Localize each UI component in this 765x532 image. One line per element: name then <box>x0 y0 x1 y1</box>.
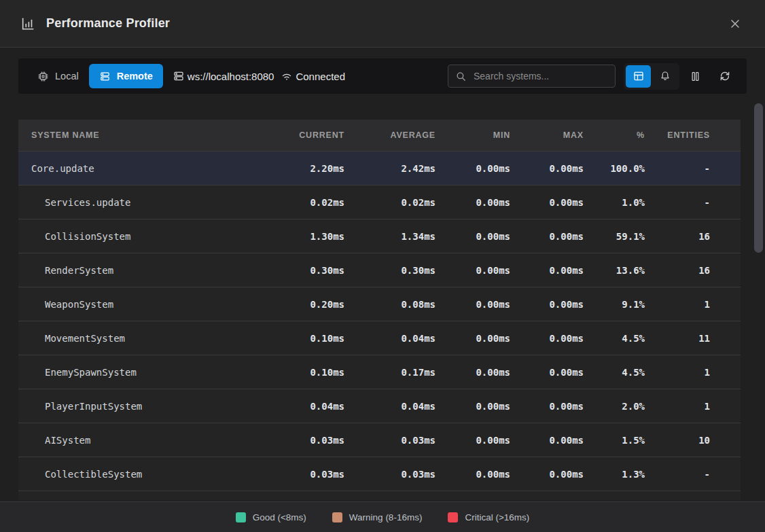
cell-current: 0.10ms <box>268 367 344 378</box>
cell-current: 0.02ms <box>268 197 344 208</box>
legend-label: Warning (8-16ms) <box>349 512 423 522</box>
table-row[interactable]: MovementSystem 0.10ms 0.04ms 0.00ms 0.00… <box>18 321 741 355</box>
cell-entities: 1 <box>645 401 710 412</box>
column-system-name[interactable]: SYSTEM NAME <box>18 130 268 140</box>
table-body: Core.update 2.20ms 2.42ms 0.00ms 0.00ms … <box>18 151 741 491</box>
cell-system-name: WeaponSystem <box>18 299 268 310</box>
refresh-button[interactable] <box>713 65 736 88</box>
column-average[interactable]: AVERAGE <box>344 130 435 140</box>
table-row[interactable]: AISystem 0.03ms 0.03ms 0.00ms 0.00ms 1.5… <box>18 423 741 457</box>
pause-button[interactable] <box>683 65 707 88</box>
table-row[interactable]: CollisionSystem 1.30ms 1.34ms 0.00ms 0.0… <box>18 219 741 253</box>
bar-chart-icon <box>20 16 35 31</box>
cell-min: 0.00ms <box>435 401 510 412</box>
page-title: Performance Profiler <box>46 16 170 31</box>
close-icon[interactable] <box>724 13 746 35</box>
column-entities[interactable]: ENTITIES <box>645 130 710 140</box>
cell-max: 0.00ms <box>510 401 584 412</box>
cell-percent: 2.0% <box>584 401 645 412</box>
cell-entities: - <box>645 163 710 174</box>
scrollbar-thumb[interactable] <box>754 103 763 253</box>
cell-max: 0.00ms <box>510 435 584 446</box>
toolbar-wrap: Local Remote <box>0 48 765 94</box>
cell-max: 0.00ms <box>510 333 584 344</box>
cell-min: 0.00ms <box>435 265 510 276</box>
cell-system-name: RenderSystem <box>18 265 268 276</box>
table-row[interactable]: Services.update 0.02ms 0.02ms 0.00ms 0.0… <box>18 185 741 219</box>
table-row[interactable]: WeaponSystem 0.20ms 0.08ms 0.00ms 0.00ms… <box>18 287 741 321</box>
systems-table: SYSTEM NAME CURRENT AVERAGE MIN MAX % EN… <box>18 120 741 500</box>
pause-icon <box>689 70 702 83</box>
cell-min: 0.00ms <box>435 299 510 310</box>
server-icon <box>99 71 111 82</box>
cell-max: 0.00ms <box>510 299 584 310</box>
cell-system-name: AISystem <box>18 435 268 446</box>
scrollbar-track[interactable] <box>754 102 764 501</box>
table-view-button[interactable] <box>626 65 651 88</box>
cell-min: 0.00ms <box>435 333 510 344</box>
table-row[interactable]: Core.update 2.20ms 2.42ms 0.00ms 0.00ms … <box>18 151 741 185</box>
cell-max: 0.00ms <box>510 163 584 174</box>
cell-entities: 11 <box>645 333 710 344</box>
cell-min: 0.00ms <box>435 231 510 242</box>
main-content: SYSTEM NAME CURRENT AVERAGE MIN MAX % EN… <box>0 94 765 501</box>
table-row[interactable]: CollectibleSystem 0.03ms 0.03ms 0.00ms 0… <box>18 457 741 491</box>
table-row[interactable]: EnemySpawnSystem 0.10ms 0.17ms 0.00ms 0.… <box>18 355 741 389</box>
alerts-view-button[interactable] <box>652 65 677 88</box>
remote-button[interactable]: Remote <box>89 64 163 88</box>
search-icon <box>455 71 467 82</box>
cell-entities: - <box>645 197 710 208</box>
cell-system-name: Services.update <box>18 197 268 208</box>
cell-max: 0.00ms <box>510 231 584 242</box>
cell-min: 0.00ms <box>435 435 510 446</box>
partial-row <box>18 491 741 500</box>
server-icon <box>173 70 185 82</box>
search-input[interactable] <box>472 70 608 82</box>
cell-max: 0.00ms <box>510 367 584 378</box>
cell-current: 0.30ms <box>268 265 344 276</box>
column-percent[interactable]: % <box>584 130 645 140</box>
search-box <box>448 65 616 88</box>
table-layout-icon <box>633 70 645 82</box>
cell-min: 0.00ms <box>435 469 510 480</box>
cell-min: 0.00ms <box>435 163 510 174</box>
table-row[interactable]: PlayerInputSystem 0.04ms 0.04ms 0.00ms 0… <box>18 389 741 423</box>
cell-min: 0.00ms <box>435 197 510 208</box>
legend-item: Critical (>16ms) <box>448 512 529 522</box>
cell-entities: 1 <box>645 299 710 310</box>
cell-current: 0.04ms <box>268 401 344 412</box>
legend-swatch <box>448 512 458 522</box>
cell-min: 0.00ms <box>435 367 510 378</box>
websocket-address: ws://localhost:8080 <box>173 70 274 82</box>
cell-system-name: Core.update <box>18 163 268 174</box>
column-max[interactable]: MAX <box>510 130 584 140</box>
local-button[interactable]: Local <box>27 64 89 88</box>
legend-item: Warning (8-16ms) <box>332 512 423 522</box>
cell-system-name: CollectibleSystem <box>18 469 268 480</box>
connection-status: Connected <box>281 70 345 82</box>
table-row[interactable]: RenderSystem 0.30ms 0.30ms 0.00ms 0.00ms… <box>18 253 741 287</box>
cell-percent: 59.1% <box>584 231 645 242</box>
toolbar: Local Remote <box>18 58 747 94</box>
cell-average: 0.03ms <box>344 435 435 446</box>
cell-entities: 1 <box>645 367 710 378</box>
legend-label: Good (<8ms) <box>253 512 306 522</box>
cell-percent: 9.1% <box>584 299 645 310</box>
column-min[interactable]: MIN <box>435 130 510 140</box>
cell-percent: 1.3% <box>584 469 645 480</box>
cell-average: 0.17ms <box>344 367 435 378</box>
cell-entities: 10 <box>645 435 710 446</box>
cell-average: 0.04ms <box>344 401 435 412</box>
refresh-icon <box>719 70 731 82</box>
column-current[interactable]: CURRENT <box>268 130 344 140</box>
remote-button-label: Remote <box>117 71 153 82</box>
cell-current: 0.20ms <box>268 299 344 310</box>
cell-max: 0.00ms <box>510 197 584 208</box>
connection-status-text: Connected <box>296 71 345 82</box>
websocket-address-text: ws://localhost:8080 <box>188 71 274 82</box>
cpu-icon <box>37 71 49 82</box>
cell-average: 0.03ms <box>344 469 435 480</box>
cell-current: 0.10ms <box>268 333 344 344</box>
cell-average: 2.42ms <box>344 163 435 174</box>
cell-average: 1.34ms <box>344 231 435 242</box>
